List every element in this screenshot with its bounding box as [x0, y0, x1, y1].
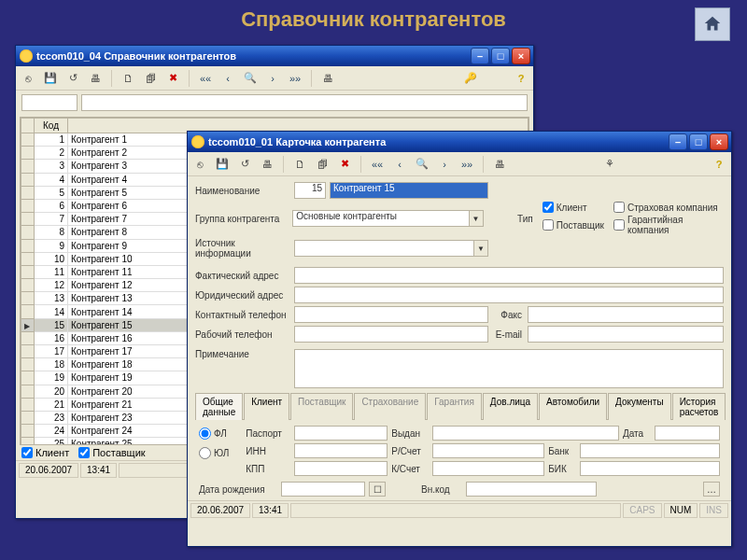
new-icon[interactable]: 🗋	[291, 156, 308, 173]
chevron-down-icon[interactable]: ▼	[469, 210, 484, 227]
first-icon[interactable]: ««	[369, 156, 386, 173]
maximize-button[interactable]: □	[689, 133, 708, 150]
lbl-kaccount: К/Счет	[391, 464, 429, 474]
home-button[interactable]	[695, 7, 730, 41]
issued-input[interactable]	[432, 426, 619, 441]
tab-history[interactable]: История расчетов	[672, 393, 726, 420]
minimize-button[interactable]: –	[471, 48, 489, 64]
lbl-birthdate: Дата рождения	[199, 484, 277, 495]
titlebar-directory[interactable]: tccom010_04 Справочник контрагентов – □ …	[16, 46, 533, 66]
status-caps: CAPS	[623, 503, 661, 518]
maximize-button[interactable]: □	[491, 48, 510, 64]
delete-icon[interactable]: ✖	[164, 70, 181, 87]
save-icon[interactable]: 💾	[214, 156, 231, 173]
key-icon[interactable]: 🔑	[462, 70, 479, 87]
phone-contact-input[interactable]	[294, 306, 488, 323]
status-date: 20.06.2007	[19, 463, 78, 478]
print2-icon[interactable]: 🖶	[491, 156, 508, 173]
kaccount-input[interactable]	[432, 461, 544, 476]
minimize-button[interactable]: –	[669, 133, 687, 150]
exit-icon[interactable]: ⎋	[20, 70, 36, 87]
copy-icon[interactable]: 🗐	[314, 156, 331, 173]
kpp-input[interactable]	[294, 461, 388, 476]
toolbar-card: ⎋ 💾 ↺ 🖶 🗋 🗐 ✖ «« ‹ 🔍 › »» 🖶 ⚘ ?	[188, 152, 731, 176]
col-code[interactable]: Код	[35, 119, 68, 133]
lbl-type: Тип	[503, 214, 534, 224]
fax-input[interactable]	[528, 306, 724, 323]
notes-input[interactable]	[294, 349, 724, 388]
last-icon[interactable]: »»	[458, 156, 475, 173]
filter-row	[16, 91, 533, 115]
status-num: NUM	[664, 503, 698, 518]
birthdate-picker-button[interactable]: ☐	[369, 482, 386, 497]
source-combo[interactable]: ▼	[294, 240, 488, 257]
lbl-bik: БИК	[548, 464, 576, 474]
bik-input[interactable]	[580, 461, 720, 476]
extcode-input[interactable]	[466, 482, 597, 497]
new-icon[interactable]: 🗋	[120, 70, 136, 87]
undo-icon[interactable]: ↺	[64, 70, 81, 87]
chk-supplier[interactable]: Поставщик	[78, 447, 145, 458]
help-icon[interactable]: ?	[711, 156, 727, 173]
lbl-addr-legal: Юридический адрес	[195, 290, 290, 301]
chk-type-insurance[interactable]: Страховая компания	[613, 202, 724, 213]
tab-supplier[interactable]: Поставщик	[290, 393, 353, 420]
print2-icon[interactable]: 🖶	[319, 70, 336, 87]
chk-type-warranty[interactable]: Гарантийная компания	[613, 215, 724, 235]
close-button[interactable]: ×	[710, 133, 728, 150]
tab-warranty[interactable]: Гарантия	[427, 393, 482, 420]
addr-legal-input[interactable]	[294, 287, 724, 303]
undo-icon[interactable]: ↺	[236, 156, 253, 173]
radio-ul[interactable]: ЮЛ	[199, 447, 229, 459]
more-button[interactable]: …	[703, 482, 720, 497]
lbl-group: Группа контрагента	[195, 214, 289, 224]
lbl-extcode: Вн.код	[421, 484, 462, 495]
birthdate-input[interactable]	[281, 482, 365, 497]
next-icon[interactable]: ›	[436, 156, 453, 173]
tab-cars[interactable]: Автомобили	[539, 393, 607, 420]
exit-icon[interactable]: ⎋	[191, 156, 208, 173]
name-field[interactable]: Контрагент 15	[330, 182, 488, 199]
lbl-source: Источник информации	[195, 238, 290, 259]
email-input[interactable]	[528, 326, 724, 343]
group-combo[interactable]: Основные контрагенты▼	[292, 210, 483, 227]
next-icon[interactable]: ›	[264, 70, 281, 87]
close-button[interactable]: ×	[512, 48, 530, 64]
bank-input[interactable]	[580, 443, 720, 458]
tab-insurance[interactable]: Страхование	[354, 393, 426, 420]
first-icon[interactable]: ««	[197, 70, 214, 87]
filter-name-input[interactable]	[81, 94, 528, 111]
prev-icon[interactable]: ‹	[219, 70, 236, 87]
last-icon[interactable]: »»	[287, 70, 303, 87]
addr-actual-input[interactable]	[294, 267, 724, 284]
chevron-down-icon[interactable]: ▼	[473, 240, 488, 257]
title-text: tccom010_01 Карточка контрагента	[208, 136, 669, 147]
prev-icon[interactable]: ‹	[391, 156, 408, 173]
copy-icon[interactable]: 🗐	[142, 70, 159, 87]
tab-general[interactable]: Общие данные	[195, 393, 243, 420]
delete-icon[interactable]: ✖	[336, 156, 353, 173]
save-icon[interactable]: 💾	[42, 70, 59, 87]
chk-type-supplier[interactable]: Поставщик	[543, 215, 604, 235]
print-icon[interactable]: 🖶	[87, 70, 104, 87]
tab-docs[interactable]: Документы	[608, 393, 671, 420]
print-icon[interactable]: 🖶	[259, 156, 275, 173]
search-icon[interactable]: 🔍	[414, 156, 430, 173]
date-input[interactable]	[655, 426, 720, 441]
title-text: tccom010_04 Справочник контрагентов	[36, 50, 471, 62]
group-icon[interactable]: ⚘	[601, 156, 618, 173]
inn-input[interactable]	[294, 443, 388, 458]
filter-code-input[interactable]	[21, 94, 78, 111]
titlebar-card[interactable]: tccom010_01 Карточка контрагента – □ ×	[188, 132, 731, 152]
raccount-input[interactable]	[432, 443, 544, 458]
radio-fl[interactable]: ФЛ	[199, 427, 229, 440]
chk-client[interactable]: Клиент	[21, 447, 69, 458]
tab-trusted[interactable]: Дов.лица	[483, 393, 538, 420]
passport-input[interactable]	[294, 426, 388, 441]
search-icon[interactable]: 🔍	[242, 70, 259, 87]
help-icon[interactable]: ?	[513, 70, 529, 87]
tab-client[interactable]: Клиент	[244, 393, 289, 420]
phone-work-input[interactable]	[294, 326, 488, 343]
chk-type-client[interactable]: Клиент	[543, 202, 604, 213]
lbl-bank: Банк	[548, 446, 576, 456]
